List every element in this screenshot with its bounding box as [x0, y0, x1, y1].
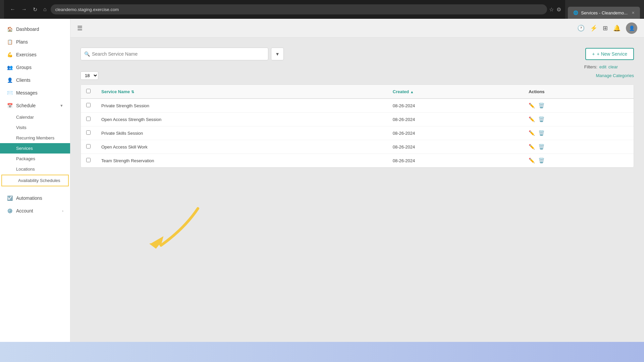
search-input[interactable]: [92, 51, 265, 57]
row-checkbox-4[interactable]: [86, 158, 91, 162]
table-row: Private Strength Session 08-26-2024 ✏️ 🗑…: [81, 99, 634, 113]
created-cell: 08-26-2024: [387, 154, 523, 168]
row-checkbox-cell: [81, 99, 96, 113]
sidebar-item-visits[interactable]: Visits: [0, 122, 70, 133]
edit-button-1[interactable]: ✏️: [529, 116, 535, 122]
tab-close-icon[interactable]: ✕: [632, 11, 635, 15]
delete-button-2[interactable]: 🗑️: [538, 130, 545, 136]
sidebar-item-plans[interactable]: 📋 Plans: [0, 36, 70, 48]
bell-icon-button[interactable]: 🔔: [613, 24, 621, 32]
sidebar-label-clients: Clients: [16, 77, 31, 83]
sidebar-item-schedule[interactable]: 📅 Schedule ▼: [0, 99, 70, 112]
actions-cell: ✏️ 🗑️: [523, 126, 634, 140]
filters-label: Filters:: [584, 64, 597, 69]
new-service-label: + New Service: [597, 51, 627, 57]
active-tab[interactable]: 🌐 Services - Cleandemo... ✕: [568, 7, 640, 19]
history-icon-button[interactable]: 🕐: [577, 24, 585, 32]
service-name-cell: Private Skills Session: [96, 126, 387, 140]
top-bar: ☰ 🕐 ⚡ ⊞ 🔔 👤: [70, 19, 644, 38]
row-checkbox-3[interactable]: [86, 144, 91, 148]
sidebar-label-plans: Plans: [16, 39, 28, 45]
exercises-icon: 💪: [7, 52, 13, 58]
table-row: Private Skills Session 08-26-2024 ✏️ 🗑️: [81, 126, 634, 140]
sidebar-label-account: Account: [16, 208, 33, 214]
actions-header: Actions: [523, 85, 634, 99]
per-page-select: 18 25 50: [80, 71, 98, 80]
hamburger-button[interactable]: ☰: [77, 24, 83, 32]
actions-cell: ✏️ 🗑️: [523, 140, 634, 154]
actions-cell: ✏️ 🗑️: [523, 113, 634, 126]
filter-button[interactable]: ▼: [271, 48, 284, 60]
toolbar-row: 🔍 ▼ + + New Service: [80, 48, 634, 60]
sidebar-item-clients[interactable]: 👤 Clients: [0, 74, 70, 86]
edit-button-0[interactable]: ✏️: [529, 103, 535, 109]
row-checkbox-0[interactable]: [86, 103, 91, 107]
service-name-label: Service Name: [101, 89, 130, 94]
account-icon: ⚙️: [7, 208, 13, 214]
sidebar-item-packages[interactable]: Packages: [0, 154, 70, 164]
created-cell: 08-26-2024: [387, 113, 523, 126]
sidebar-item-account[interactable]: ⚙️ Account ›: [0, 204, 70, 217]
sidebar-item-calendar[interactable]: Calendar: [0, 112, 70, 122]
filters-edit-link[interactable]: edit: [599, 64, 606, 69]
row-checkbox-2[interactable]: [86, 130, 91, 135]
edit-button-4[interactable]: ✏️: [529, 158, 535, 164]
schedule-icon: 📅: [7, 103, 13, 109]
grid-icon-button[interactable]: ⊞: [603, 24, 608, 32]
select-all-checkbox[interactable]: [86, 89, 91, 93]
tab-favicon: 🌐: [573, 10, 578, 15]
sidebar-item-locations[interactable]: Locations: [0, 164, 70, 174]
row-checkbox-1[interactable]: [86, 117, 91, 121]
delete-button-4[interactable]: 🗑️: [538, 158, 545, 164]
lightning-icon-button[interactable]: ⚡: [590, 24, 597, 32]
availability-schedules-label: Availability Schedules: [18, 178, 60, 183]
manage-categories-link[interactable]: Manage Categories: [596, 73, 634, 78]
edit-button-2[interactable]: ✏️: [529, 130, 535, 136]
sidebar-item-availability-schedules[interactable]: Availability Schedules: [1, 175, 69, 186]
svg-marker-1: [149, 240, 163, 249]
sidebar-label-groups: Groups: [16, 65, 32, 70]
automations-icon: ☑️: [7, 195, 13, 201]
per-page-dropdown[interactable]: 18 25 50: [80, 71, 98, 80]
bottom-gradient: [0, 342, 644, 362]
sidebar-item-exercises[interactable]: 💪 Exercises: [0, 48, 70, 61]
row-checkbox-cell: [81, 140, 96, 154]
recurring-members-label: Recurring Members: [16, 135, 54, 140]
sidebar-label-messages: Messages: [16, 90, 38, 96]
sidebar-item-messages[interactable]: ✉️ Messages: [0, 86, 70, 99]
sidebar-item-services[interactable]: Services: [0, 143, 70, 154]
delete-button-1[interactable]: 🗑️: [538, 116, 545, 122]
messages-icon: ✉️: [7, 90, 13, 96]
sidebar-label-schedule: Schedule: [16, 103, 36, 108]
address-bar[interactable]: [51, 4, 547, 14]
sidebar-item-automations[interactable]: ☑️ Automations: [0, 192, 70, 204]
filters-clear-link[interactable]: clear: [608, 64, 618, 69]
extensions-button[interactable]: ⚙: [556, 6, 561, 13]
sidebar: 🏠 Dashboard 📋 Plans 💪 Exercises 👥 Groups…: [0, 19, 70, 342]
avatar[interactable]: 👤: [626, 22, 637, 34]
delete-button-0[interactable]: 🗑️: [538, 103, 545, 109]
reload-button[interactable]: ↻: [31, 5, 39, 14]
dashboard-icon: 🏠: [7, 26, 13, 32]
edit-button-3[interactable]: ✏️: [529, 144, 535, 150]
sidebar-item-dashboard[interactable]: 🏠 Dashboard: [0, 23, 70, 36]
sidebar-item-groups[interactable]: 👥 Groups: [0, 61, 70, 74]
filters-row: Filters: edit clear: [80, 64, 634, 69]
schedule-chevron-icon: ▼: [60, 104, 63, 108]
tab-label: Services - Cleandemo...: [581, 10, 628, 15]
bookmark-button[interactable]: ☆: [549, 6, 554, 13]
service-name-header[interactable]: Service Name ⇅: [96, 85, 387, 99]
filter-icon: ▼: [275, 52, 279, 57]
created-cell: 08-26-2024: [387, 99, 523, 113]
delete-button-3[interactable]: 🗑️: [538, 144, 545, 150]
sidebar-label-exercises: Exercises: [16, 52, 37, 57]
row-checkbox-cell: [81, 154, 96, 168]
forward-button[interactable]: →: [19, 5, 29, 14]
home-button[interactable]: ⌂: [41, 5, 49, 14]
back-button[interactable]: ←: [8, 5, 17, 14]
search-wrapper: 🔍 ▼: [80, 48, 284, 60]
new-service-button[interactable]: + + New Service: [585, 48, 634, 60]
visits-label: Visits: [16, 125, 26, 130]
sidebar-item-recurring-members[interactable]: Recurring Members: [0, 133, 70, 143]
created-header[interactable]: Created ▲: [387, 85, 523, 99]
